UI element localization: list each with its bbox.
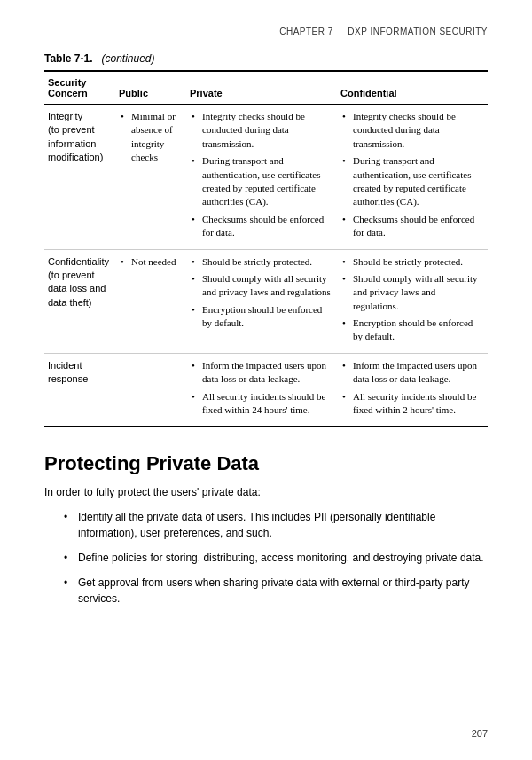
section-bullet-item: Define policies for storing, distributin… [62, 550, 488, 566]
cell-private: Should be strictly protected.Should comp… [186, 249, 337, 353]
table-header-row: SecurityConcern Public Private Confident… [44, 71, 488, 105]
cell-confidential: Should be strictly protected.Should comp… [337, 249, 488, 353]
page: CHAPTER 7 DXP INFORMATION SECURITY Table… [0, 0, 532, 760]
cell-private: Integrity checks should be conducted dur… [186, 105, 337, 250]
page-number: 207 [472, 728, 488, 739]
chapter-label: CHAPTER 7 [279, 27, 333, 36]
cell-public: Minimal or absence of integrity checks [115, 105, 186, 250]
table-row: IncidentresponseInform the impacted user… [44, 353, 488, 427]
cell-security: Confidentiality(to preventdata loss andd… [44, 249, 115, 353]
cell-public: Not needed [115, 249, 186, 353]
table-row: Integrity(to preventinformationmodificat… [44, 105, 488, 250]
table-caption-italic: (continued) [101, 52, 154, 65]
section-bullets: Identify all the private data of users. … [62, 509, 488, 607]
cell-public [115, 353, 186, 427]
th-public: Public [115, 71, 186, 105]
table-row: Confidentiality(to preventdata loss andd… [44, 249, 488, 353]
chapter-header: CHAPTER 7 DXP INFORMATION SECURITY [44, 27, 488, 36]
cell-security: Incidentresponse [44, 353, 115, 427]
chapter-title: DXP INFORMATION SECURITY [348, 27, 488, 36]
security-table: SecurityConcern Public Private Confident… [44, 70, 488, 427]
th-confidential: Confidential [337, 71, 488, 105]
cell-security: Integrity(to preventinformationmodificat… [44, 105, 115, 250]
section-bullet-item: Identify all the private data of users. … [62, 509, 488, 541]
table-caption-bold: Table 7-1. [44, 52, 92, 65]
cell-confidential: Integrity checks should be conducted dur… [337, 105, 488, 250]
cell-confidential: Inform the impacted users upon data loss… [337, 353, 488, 427]
th-private: Private [186, 71, 337, 105]
table-caption: Table 7-1. (continued) [44, 52, 488, 65]
cell-private: Inform the impacted users upon data loss… [186, 353, 337, 427]
section-title: Protecting Private Data [44, 452, 488, 475]
th-security: SecurityConcern [44, 71, 115, 105]
section-bullet-item: Get approval from users when sharing pri… [62, 575, 488, 607]
section-intro: In order to fully protect the users' pri… [44, 484, 488, 500]
